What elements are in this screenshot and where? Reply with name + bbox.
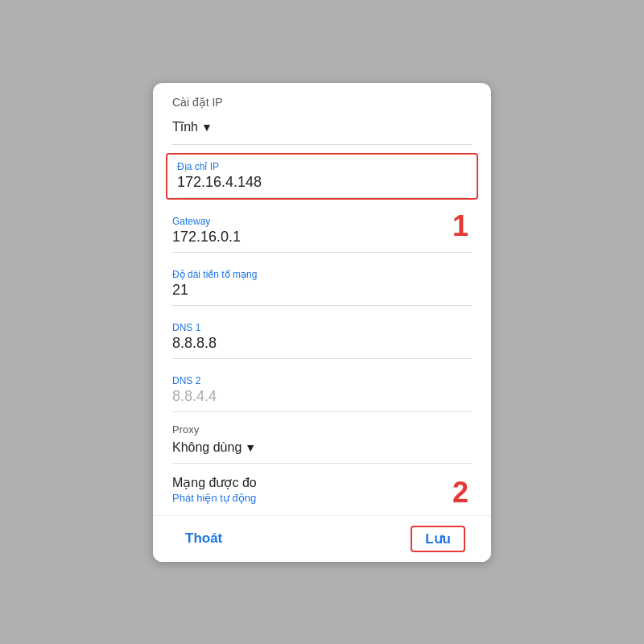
proxy-dropdown[interactable]: Không dùng ▼ <box>172 440 472 463</box>
proxy-arrow-icon: ▼ <box>245 441 256 454</box>
dns1-value[interactable]: 8.8.8.8 <box>172 335 472 358</box>
ip-address-value[interactable]: 172.16.4.148 <box>177 174 467 197</box>
ip-type-arrow-icon: ▼ <box>201 121 213 134</box>
proxy-value: Không dùng <box>172 440 242 455</box>
gateway-field: Gateway 172.16.0.1 1 <box>153 200 491 253</box>
metered-subtitle[interactable]: Phát hiện tự động <box>172 492 472 515</box>
proxy-label: Proxy <box>172 423 472 436</box>
cancel-button[interactable]: Thoát <box>179 527 229 550</box>
ip-type-value: Tĩnh <box>172 120 198 134</box>
dns2-value[interactable]: 8.8.4.4 <box>172 388 472 411</box>
ip-address-label: Địa chỉ IP <box>177 161 467 172</box>
annotation-2: 2 <box>452 478 469 507</box>
gateway-value[interactable]: 172.16.0.1 <box>172 229 472 252</box>
bottom-bar: Thoát Lưu <box>153 515 491 562</box>
dns2-label: DNS 2 <box>172 375 472 386</box>
prefix-length-label: Độ dài tiền tố mạng <box>172 269 472 280</box>
metered-network-section: Mạng được đo Phát hiện tự động 2 <box>153 464 491 515</box>
ip-type-dropdown[interactable]: Tĩnh ▼ <box>153 115 491 144</box>
save-button[interactable]: Lưu <box>411 526 465 552</box>
proxy-section: Proxy Không dùng ▼ <box>153 412 491 464</box>
dns1-label: DNS 1 <box>172 322 472 333</box>
gateway-label: Gateway <box>172 216 472 227</box>
ip-settings-label: Cài đặt IP <box>153 83 491 115</box>
prefix-length-value[interactable]: 21 <box>172 282 472 305</box>
metered-title: Mạng được đo <box>172 475 472 490</box>
